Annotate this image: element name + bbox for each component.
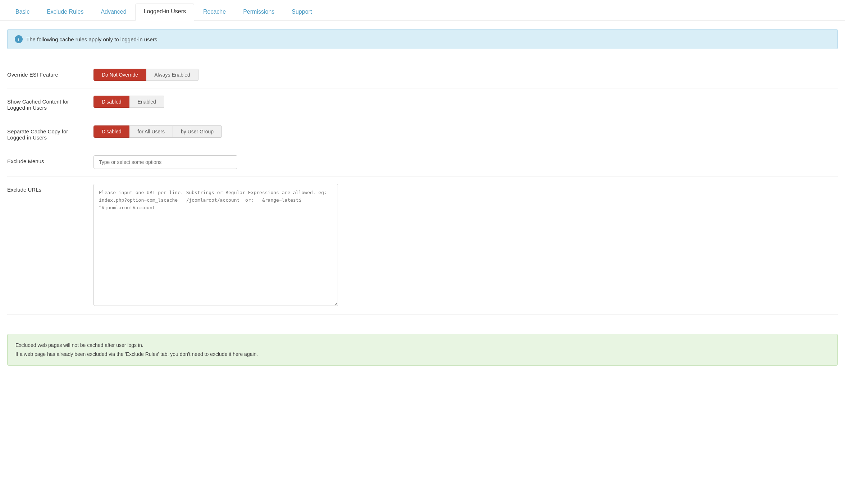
separate-cache-label: Separate Cache Copy for Logged-in Users — [7, 125, 93, 141]
show-cached-toggle-group: Disabled Enabled — [93, 96, 838, 108]
tabs-nav: Basic Exclude Rules Advanced Logged-in U… — [0, 0, 845, 20]
green-banner-line2: If a web page has already been excluded … — [15, 350, 830, 359]
exclude-urls-label: Exclude URLs — [7, 184, 93, 193]
separate-cache-disabled-btn[interactable]: Disabled — [93, 125, 129, 138]
exclude-menus-control — [93, 155, 838, 169]
info-icon: i — [15, 35, 23, 43]
exclude-urls-textarea[interactable] — [93, 184, 338, 306]
tab-exclude-rules[interactable]: Exclude Rules — [38, 4, 92, 19]
separate-cache-toggle-group: Disabled for All Users by User Group — [93, 125, 838, 138]
info-banner: i The following cache rules apply only t… — [7, 29, 838, 49]
exclude-menus-row: Exclude Menus — [7, 148, 838, 177]
override-esi-row: Override ESI Feature Do Not Override Alw… — [7, 61, 838, 88]
override-esi-label: Override ESI Feature — [7, 69, 93, 78]
show-cached-content-control: Disabled Enabled — [93, 96, 838, 108]
always-enabled-btn[interactable]: Always Enabled — [146, 69, 198, 81]
separate-cache-row: Separate Cache Copy for Logged-in Users … — [7, 118, 838, 148]
exclude-menus-label: Exclude Menus — [7, 155, 93, 164]
by-user-group-btn[interactable]: by User Group — [173, 125, 222, 138]
exclude-menus-input[interactable] — [93, 155, 237, 169]
tab-logged-in-users[interactable]: Logged-in Users — [136, 4, 194, 20]
tab-basic[interactable]: Basic — [7, 4, 38, 19]
tab-permissions[interactable]: Permissions — [235, 4, 283, 19]
for-all-users-btn[interactable]: for All Users — [129, 125, 173, 138]
override-esi-toggle-group: Do Not Override Always Enabled — [93, 69, 838, 81]
override-esi-control: Do Not Override Always Enabled — [93, 69, 838, 81]
green-banner-line1: Excluded web pages will not be cached af… — [15, 341, 830, 350]
separate-cache-control: Disabled for All Users by User Group — [93, 125, 838, 138]
green-banner: Excluded web pages will not be cached af… — [7, 334, 838, 366]
tab-advanced[interactable]: Advanced — [92, 4, 134, 19]
info-banner-text: The following cache rules apply only to … — [26, 36, 157, 42]
exclude-urls-control — [93, 184, 838, 307]
show-cached-content-row: Show Cached Content for Logged-in Users … — [7, 88, 838, 118]
show-cached-enabled-btn[interactable]: Enabled — [129, 96, 164, 108]
content-area: Override ESI Feature Do Not Override Alw… — [0, 58, 845, 325]
show-cached-disabled-btn[interactable]: Disabled — [93, 96, 129, 108]
exclude-urls-row: Exclude URLs — [7, 177, 838, 315]
show-cached-content-label: Show Cached Content for Logged-in Users — [7, 96, 93, 111]
tab-recache[interactable]: Recache — [195, 4, 234, 19]
tab-support[interactable]: Support — [283, 4, 320, 19]
do-not-override-btn[interactable]: Do Not Override — [93, 69, 146, 81]
